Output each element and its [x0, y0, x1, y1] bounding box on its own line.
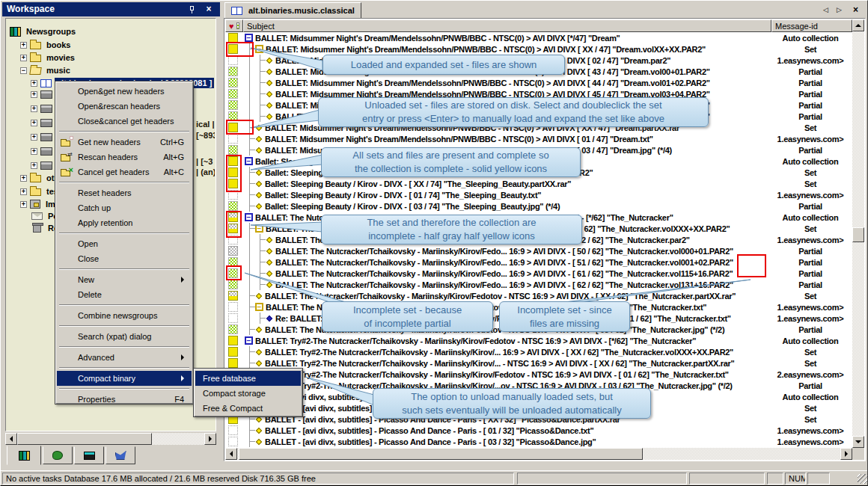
list-item[interactable]: BALLET - [avi divx, subtitles] - Picasso… — [225, 425, 852, 436]
pin-icon[interactable] — [187, 4, 198, 14]
menu-item-get-new-headers[interactable]: Get new headersCtrl+G — [57, 135, 192, 150]
menu-item-delete[interactable]: Delete — [57, 287, 192, 302]
list-item[interactable]: Ballet: Sleeping Beauty / Kirov - DIVX -… — [225, 189, 852, 200]
tree-item[interactable]: + — [31, 117, 55, 129]
expand-icon[interactable]: + — [20, 188, 27, 195]
menu-item-compact-binary[interactable]: Compact binary — [57, 371, 192, 386]
list-item[interactable]: BALLET: The Nutcracker/Tchaikovsky - Mar… — [225, 290, 852, 301]
list-item[interactable]: BALLET: Try#2-The Nutcracker/Tchaikovsky… — [225, 357, 852, 369]
menu-item-open-rescan-headers[interactable]: Open&rescan headers — [57, 99, 192, 114]
tree-item-newsgroups[interactable]: Newsgroups — [10, 25, 78, 37]
collapse-icon[interactable]: − — [20, 67, 27, 74]
list-item[interactable]: BALLET: Midsummer Night's Dream/Mendelss… — [225, 77, 852, 88]
tree-line — [255, 88, 266, 99]
list-item[interactable]: BALLET: Try#2-The Nutcracker/Tchaikovsky… — [225, 369, 852, 380]
tree-item[interactable]: + — [31, 131, 55, 143]
menu-item-catch-up[interactable]: Catch up — [57, 200, 192, 215]
trash-icon — [33, 224, 41, 233]
list-item[interactable]: BALLET: Try#2-The Nutcracker/Tchaikovsky… — [225, 346, 852, 357]
list-vertical-scrollbar[interactable] — [852, 19, 864, 448]
collapse-set-icon[interactable]: − — [255, 224, 263, 233]
menu-item-advanced[interactable]: Advanced — [57, 350, 192, 365]
article-marker-icon — [266, 113, 272, 119]
menu-item-properties[interactable]: PropertiesF4 — [57, 392, 192, 407]
expand-icon[interactable]: + — [20, 201, 27, 208]
menu-item-combine-newsgroups[interactable]: Combine newsgroups — [57, 308, 192, 323]
menu-item-close-cancel-get-headers[interactable]: Close&cancel get headers — [57, 114, 192, 129]
expand-icon[interactable]: + — [20, 55, 27, 61]
list-item[interactable]: BALLET: The Nutcracker/Tchaikovsky - Mar… — [225, 279, 852, 290]
workspace-horizontal-scrollbar[interactable] — [5, 433, 216, 445]
list-item[interactable]: BALLET: Midsummer Night's Dream/Mendelss… — [225, 133, 852, 144]
resize-grip[interactable] — [858, 474, 867, 484]
menu-item-apply-retention[interactable]: Apply retention — [57, 215, 192, 230]
tab-2[interactable] — [43, 446, 73, 464]
message-id-column-header[interactable]: Message-id — [771, 19, 852, 32]
green-partial-icon — [228, 78, 238, 87]
list-item[interactable]: Ballet: Sleeping Beauty / Kirov - DIVX -… — [225, 178, 852, 189]
tab-3[interactable] — [74, 446, 104, 464]
collapse-icon[interactable]: − — [245, 336, 253, 345]
expand-icon[interactable]: + — [20, 42, 27, 49]
tree-line — [245, 425, 255, 436]
list-item[interactable]: Ballet: Sleeping Beauty / Kirov - DIVX -… — [225, 200, 852, 212]
message-id-text: Partial — [768, 325, 852, 334]
menu-item-search-xpat-dialog[interactable]: Search (xpat) dialog — [57, 329, 192, 344]
complete-icon — [228, 358, 238, 368]
empty-icon — [228, 302, 238, 312]
list-item[interactable]: −BALLET: Midsummer Night's Dream/Mendels… — [225, 43, 852, 55]
tab-scroll-left-icon[interactable]: ◁ — [820, 4, 831, 15]
tree-item[interactable]: + — [31, 159, 55, 171]
menu-item-rescan-headers[interactable]: ⇄Rescan headersAlt+G — [57, 150, 192, 164]
tree-line — [255, 111, 266, 122]
list-item[interactable]: −BALLET: Midsummer Night's Dream/Mendels… — [225, 32, 852, 43]
tree-line — [245, 436, 255, 447]
tab-newsgroups[interactable] — [7, 446, 41, 465]
green-partial-icon — [228, 324, 238, 334]
tree-item-books[interactable]: +books — [20, 39, 73, 51]
workspace-close-icon[interactable]: × — [204, 4, 214, 14]
collapse-icon[interactable]: − — [245, 213, 253, 221]
collapse-icon[interactable]: − — [245, 34, 253, 42]
tab-scroll-right-icon[interactable]: ▷ — [834, 4, 845, 15]
menu-item-open-get-new-headers[interactable]: Open&get new headers — [57, 84, 192, 99]
submenu-item-free-database[interactable]: Free database — [195, 371, 301, 386]
menu-item-open[interactable]: Open — [57, 236, 192, 251]
tree-item[interactable]: + — [31, 145, 55, 157]
tree-item[interactable]: + — [31, 102, 55, 114]
collapse-set-icon[interactable]: − — [255, 303, 263, 311]
tree-item[interactable]: + — [31, 88, 55, 100]
tree-item-movies[interactable]: +movies — [20, 52, 77, 64]
expand-icon[interactable]: + — [20, 175, 27, 182]
list-horizontal-scrollbar[interactable] — [225, 448, 852, 460]
list-item[interactable]: BALLET - [avi divx, subtitles] - Picasso… — [225, 436, 852, 447]
menu-item-label: Open&get new headers — [78, 87, 165, 96]
expand-icon[interactable]: + — [31, 120, 37, 126]
filter-column-header[interactable]: ♥ — [225, 19, 243, 32]
menu-item-cancel-get-headers[interactable]: ×Cancel get headersAlt+C — [57, 164, 192, 179]
expand-icon[interactable]: + — [31, 105, 37, 112]
expand-icon[interactable]: + — [31, 148, 37, 155]
menu-item-close[interactable]: Close — [57, 251, 192, 266]
message-id-text: Set — [768, 168, 852, 177]
tree-line — [245, 268, 255, 279]
tree-item-music[interactable]: −music — [20, 64, 73, 76]
group-close-icon[interactable]: × — [850, 4, 861, 15]
expand-icon[interactable]: + — [31, 162, 37, 169]
tab-4[interactable] — [106, 446, 135, 464]
submenu-item-compact-storage[interactable]: Compact storage — [195, 386, 301, 401]
article-marker-icon — [266, 236, 272, 242]
expand-icon[interactable]: + — [31, 134, 37, 141]
menu-item-new[interactable]: New — [57, 272, 192, 287]
collapse-set-icon[interactable]: − — [255, 45, 263, 53]
list-item[interactable]: −BALLET: Try#2-The Nutcracker/Tchaikovsk… — [225, 335, 852, 346]
expand-icon[interactable]: + — [31, 91, 37, 98]
expand-icon[interactable]: + — [31, 80, 37, 87]
submenu-item-free-compact[interactable]: Free & Compact — [195, 401, 301, 416]
group-tab[interactable]: alt.binaries.music.classical — [224, 2, 361, 18]
message-id-text: Partial — [768, 90, 852, 99]
menu-item-reset-headers[interactable]: Reset headers — [57, 185, 192, 200]
subject-column-header[interactable]: Subject — [243, 19, 771, 32]
collapse-icon[interactable]: − — [245, 157, 253, 165]
message-id-text: Auto collection — [768, 157, 852, 166]
